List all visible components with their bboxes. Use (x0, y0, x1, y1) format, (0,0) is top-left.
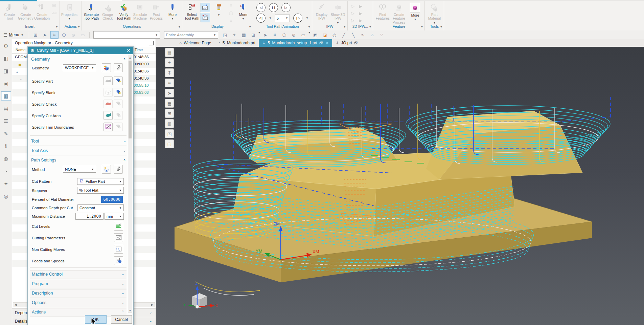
flashlight-gray-icon[interactable] (114, 111, 123, 120)
dialog-launcher-icon[interactable]: ▼ (369, 25, 371, 28)
section-header-tool[interactable]: Tool (31, 139, 39, 144)
surface-icon[interactable] (51, 10, 58, 16)
chevron-up-icon[interactable]: ∧ (123, 57, 126, 61)
chevron-down-icon[interactable]: ⌄ (123, 139, 126, 143)
trim-boundaries-icon[interactable] (104, 123, 113, 131)
rotate-path-icon[interactable] (201, 13, 210, 22)
csys-icon[interactable]: ⌖ (165, 58, 174, 67)
animation-to-start-button[interactable]: ◁❙ (256, 14, 266, 23)
filter-icon[interactable]: ▦ (240, 31, 248, 39)
scroll-right-icon[interactable]: ▶ (150, 303, 155, 307)
close-icon[interactable]: ✕ (127, 48, 131, 53)
tab-j-prt[interactable]: ⇣JÓ.prt🗗 (332, 39, 361, 47)
polygon-icon[interactable]: ⬡ (280, 31, 289, 39)
post-process-button[interactable]: Post Process (148, 2, 164, 21)
animation-pause-button[interactable]: ❙❙ (269, 3, 278, 12)
show-path-icon[interactable] (201, 3, 210, 12)
part-geometry-icon[interactable] (104, 77, 113, 85)
percent-flat-diameter-field[interactable]: 60.0000 (101, 196, 123, 203)
selection-grid-icon[interactable]: ⊞ (249, 31, 257, 39)
points2-icon[interactable]: ∵ (377, 31, 386, 39)
point-icon[interactable]: ⌗ (165, 79, 174, 87)
wave-link-icon[interactable]: ⊕ (69, 31, 77, 39)
cancel-button[interactable]: Cancel (111, 315, 132, 324)
create-operation-button[interactable]: Create Operation (34, 2, 50, 21)
constraints-icon[interactable]: ➤ (41, 31, 49, 39)
measure-icon[interactable]: ⌗ (271, 31, 279, 39)
dialog-launcher-icon[interactable]: ▼ (55, 25, 58, 28)
maximum-distance-field[interactable]: 1.2000 (75, 213, 104, 220)
close-tab-icon[interactable]: ✕ (326, 41, 329, 45)
roles-gear-icon[interactable]: ⚙ (1, 41, 11, 51)
datum-axis-icon[interactable]: ↧ (165, 68, 174, 77)
wcs-icon[interactable]: ⊞ (165, 109, 174, 118)
method-icon[interactable] (102, 165, 111, 174)
common-depth-select[interactable]: Constant▼ (77, 204, 124, 211)
stepover-select[interactable]: % Tool Flat▼ (77, 187, 124, 194)
tool-display-button[interactable]: ▼ (211, 2, 227, 17)
simulate-machine-button[interactable]: Simulate Machine (132, 2, 148, 21)
section-header-tool-axis[interactable]: Tool Axis (31, 148, 48, 153)
flashlight-gray-icon[interactable] (114, 100, 123, 108)
info-icon[interactable]: ℹ (1, 142, 11, 151)
points-icon[interactable]: ∴ (368, 31, 376, 39)
animation-play-button[interactable]: ▷ (281, 3, 291, 12)
chevron-up-icon[interactable]: ∧ (123, 158, 126, 162)
2d-ipw-icon[interactable]: ▶ (357, 3, 364, 9)
orient-view-icon[interactable]: ◪ (321, 31, 329, 39)
solid-add-icon[interactable]: ⊕ (290, 31, 298, 39)
spline-icon[interactable]: ∿ (359, 31, 367, 39)
assembly-navigator-icon[interactable]: ◧ (1, 54, 11, 63)
ok-button[interactable]: OK (85, 315, 107, 324)
animation-speed-select[interactable]: 5▼ (275, 15, 290, 22)
2d-ipw-icon[interactable]: ▶ (357, 17, 364, 24)
scroll-up-icon[interactable]: ▲ (128, 56, 132, 59)
dialog-launcher-icon[interactable]: ▼ (178, 25, 181, 28)
command-finder-input[interactable]: ▼ (93, 31, 160, 39)
layer-down-icon[interactable] (228, 17, 234, 23)
section-bar-program[interactable]: Program⌄ (30, 280, 127, 288)
non-cutting-moves-icon[interactable] (114, 245, 123, 254)
web-browser-icon[interactable]: ◍ (1, 154, 11, 164)
scrollbar-thumb[interactable] (129, 61, 132, 138)
check-geometry-icon[interactable] (104, 100, 113, 108)
tab-welcome-page[interactable]: ⌂Welcome Page (176, 39, 214, 47)
2d-ipw-icon[interactable]: ▷ (349, 17, 356, 24)
assembly-load-icon[interactable]: ⊞ (31, 31, 40, 39)
dialog-titlebar[interactable]: ⚙ Cavity Mill - [CAVITY_MILL_1] ✕ (28, 47, 133, 54)
layer-stack-icon[interactable] (228, 10, 234, 16)
link-icon[interactable]: ⌖ (230, 31, 238, 39)
cutting-parameters-icon[interactable] (114, 233, 123, 242)
move-component-icon[interactable]: ⌗ (50, 31, 59, 39)
shell-icon[interactable]: ◳ (165, 129, 174, 138)
flashlight-gray-icon[interactable] (114, 123, 123, 131)
2d-ipw-icon[interactable]: ▶ (357, 10, 364, 17)
flashlight-icon[interactable] (114, 88, 123, 97)
ruler-icon[interactable]: ▥ (165, 119, 174, 128)
cut-pattern-select[interactable]: Follow Part▼ (77, 178, 124, 185)
layer-up-icon[interactable] (228, 3, 234, 9)
clipboard-icon[interactable]: ▤ (165, 48, 174, 57)
2d-ipw-icon[interactable]: ▷ (349, 10, 356, 17)
cursor-icon[interactable]: ➤ (165, 89, 174, 98)
more-button[interactable]: More▼ (407, 2, 423, 21)
section-bar-options[interactable]: Options⌄ (30, 299, 127, 307)
wrench-icon[interactable] (114, 63, 123, 72)
more-button[interactable]: More▼ (164, 2, 181, 20)
dialog-launcher-icon[interactable]: ▼ (249, 25, 251, 28)
chevron-down-icon[interactable]: ⌄ (123, 148, 126, 153)
path-settings-section-header[interactable]: Path Settings (31, 158, 56, 162)
line2-icon[interactable]: ╲ (349, 31, 357, 39)
generate-tool-path-button[interactable]: Generate Tool Path (83, 2, 99, 21)
flashlight-icon[interactable] (114, 77, 123, 85)
part-material-button[interactable]: Part Material▼ (426, 2, 442, 24)
menu-button[interactable]: ☰ Menu ▼ (0, 30, 27, 39)
pattern-icon[interactable] (51, 3, 58, 9)
create-feature-process-button[interactable]: Create Feature Process (391, 2, 407, 24)
dialog-launcher-icon[interactable]: ▼ (343, 25, 346, 28)
method-select[interactable]: NONE▼ (63, 166, 96, 173)
animation-back-button[interactable]: ◁ (256, 3, 266, 12)
find-features-button[interactable]: Find Features (374, 2, 391, 21)
folder-icon[interactable]: ▢ (165, 139, 174, 148)
geometry-select[interactable]: WORKPIECE▼ (63, 64, 96, 71)
